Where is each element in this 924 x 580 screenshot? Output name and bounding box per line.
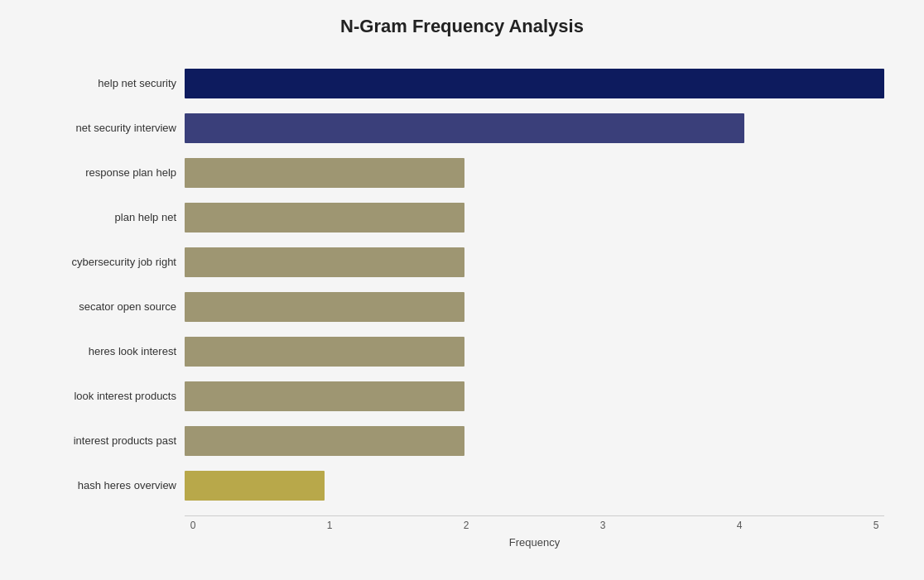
bar-label: secator open source: [40, 300, 185, 313]
x-tick: 2: [458, 520, 474, 531]
bar-label: plan help net: [40, 211, 185, 223]
bar-label: interest products past: [40, 434, 185, 447]
x-tick: 3: [594, 520, 611, 531]
x-axis-label: Frequency: [185, 536, 884, 549]
bar-label: response plan help: [40, 166, 185, 179]
bar-row: plan help net: [40, 196, 884, 239]
bar-row: cybersecurity job right: [40, 241, 884, 284]
bar-track: [185, 69, 884, 98]
bar-track: [185, 247, 884, 277]
bar-fill: [185, 471, 325, 501]
x-tick: 1: [321, 520, 338, 531]
chart-title: N-Gram Frequency Analysis: [40, 16, 884, 37]
bar-fill: [185, 247, 464, 277]
bar-track: [185, 203, 884, 232]
bar-track: [185, 337, 884, 367]
bar-fill: [185, 381, 464, 411]
bar-track: [185, 158, 884, 188]
bar-label: cybersecurity job right: [40, 256, 185, 268]
bar-track: [185, 471, 884, 501]
bar-row: net security interview: [40, 107, 884, 150]
bar-label: heres look interest: [40, 345, 185, 357]
bar-fill: [185, 337, 464, 367]
bar-label: look interest products: [40, 390, 185, 402]
x-tick: 4: [731, 520, 748, 531]
bar-track: [185, 292, 884, 322]
bar-row: response plan help: [40, 151, 884, 194]
bar-track: [185, 381, 884, 411]
x-axis-ticks: 012345: [185, 516, 884, 531]
bar-row: interest products past: [40, 419, 884, 463]
chart-container: N-Gram Frequency Analysis help net secur…: [23, 0, 901, 580]
bar-row: heres look interest: [40, 330, 884, 373]
x-tick: 0: [185, 520, 201, 531]
bar-row: look interest products: [40, 375, 884, 418]
bar-fill: [185, 69, 884, 98]
bar-label: help net security: [40, 77, 185, 89]
bar-row: secator open source: [40, 285, 884, 328]
bar-fill: [185, 292, 464, 322]
bar-fill: [185, 113, 744, 143]
bar-track: [185, 113, 884, 143]
bar-fill: [185, 426, 464, 456]
bar-fill: [185, 203, 464, 232]
bar-fill: [185, 158, 464, 188]
chart-area: help net securitynet security interviewr…: [40, 62, 884, 509]
bar-row: help net security: [40, 62, 884, 105]
bar-row: hash heres overview: [40, 464, 884, 507]
bar-label: hash heres overview: [40, 479, 185, 491]
x-tick: 5: [868, 520, 884, 531]
x-axis-area: 012345 Frequency: [185, 515, 884, 549]
bar-label: net security interview: [40, 122, 185, 134]
bar-track: [185, 426, 884, 456]
